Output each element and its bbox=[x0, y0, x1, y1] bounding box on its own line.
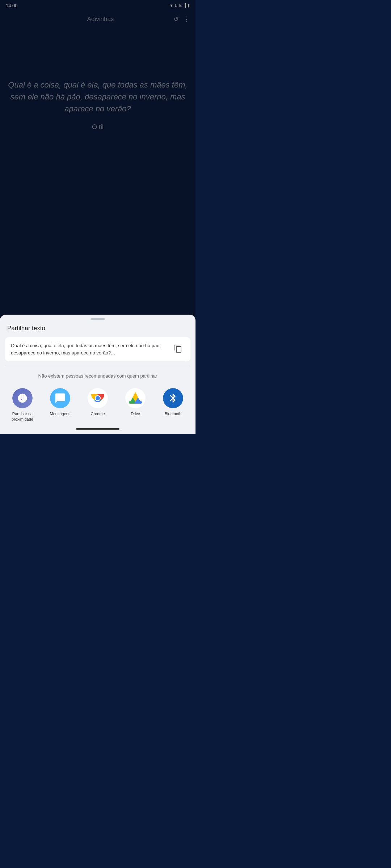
preview-text: Qual é a coisa, qual é ela, que todas as… bbox=[11, 342, 168, 356]
messages-label: Mensagens bbox=[50, 411, 71, 416]
copy-button[interactable] bbox=[172, 342, 185, 355]
app-grid: Partilhar na proximidade Mensagens bbox=[0, 382, 196, 425]
no-recs-text: Não existem pessoas recomendadas com que… bbox=[0, 366, 196, 382]
nearby-icon-wrapper bbox=[12, 388, 33, 408]
bottom-bar bbox=[76, 428, 119, 430]
messages-icon bbox=[50, 388, 70, 408]
nearby-label: Partilhar na proximidade bbox=[6, 411, 39, 422]
bluetooth-icon-wrapper bbox=[163, 388, 183, 408]
drive-icon bbox=[125, 388, 146, 408]
app-nearby[interactable]: Partilhar na proximidade bbox=[6, 388, 39, 422]
sheet-title: Partilhar texto bbox=[0, 325, 196, 337]
drive-label: Drive bbox=[131, 411, 140, 416]
app-drive[interactable]: Drive bbox=[119, 388, 152, 422]
sheet-handle bbox=[91, 318, 105, 320]
chrome-icon bbox=[88, 388, 108, 408]
svg-point-0 bbox=[21, 397, 24, 400]
drive-icon-wrapper bbox=[125, 388, 146, 408]
bluetooth-label: Bluetooth bbox=[165, 411, 181, 416]
share-sheet: Partilhar texto Qual é a coisa, qual é e… bbox=[0, 315, 196, 434]
app-bluetooth[interactable]: Bluetooth bbox=[157, 388, 189, 422]
chrome-label: Chrome bbox=[91, 411, 105, 416]
messages-icon-wrapper bbox=[50, 388, 70, 408]
chrome-icon-wrapper bbox=[88, 388, 108, 408]
app-chrome[interactable]: Chrome bbox=[81, 388, 114, 422]
nearby-icon bbox=[12, 388, 33, 408]
app-messages[interactable]: Mensagens bbox=[44, 388, 76, 422]
bluetooth-icon bbox=[163, 388, 183, 408]
text-preview: Qual é a coisa, qual é ela, que todas as… bbox=[5, 337, 190, 361]
svg-point-4 bbox=[96, 396, 100, 400]
